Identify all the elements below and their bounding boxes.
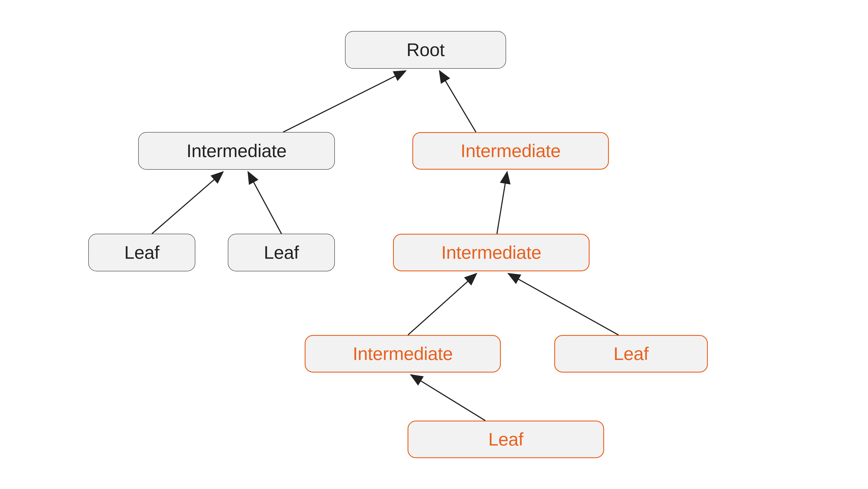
- arrow-intermediate-mid-to-intermediate-right: [497, 172, 507, 234]
- arrow-leaf-left-1-to-intermediate-left: [152, 172, 223, 234]
- leaf-bottom-node: Leaf: [407, 421, 604, 458]
- intermediate-mid-node: Intermediate: [393, 234, 590, 271]
- leaf-left-2-label: Leaf: [264, 242, 299, 263]
- intermediate-left-label: Intermediate: [187, 140, 287, 162]
- intermediate-lower-label: Intermediate: [353, 343, 453, 364]
- arrow-leaf-left-2-to-intermediate-left: [248, 172, 281, 234]
- intermediate-right-label: Intermediate: [461, 140, 561, 162]
- intermediate-lower-node: Intermediate: [305, 335, 501, 373]
- intermediate-left-node: Intermediate: [138, 132, 335, 170]
- arrow-intermediate-lower-to-intermediate-mid: [408, 274, 476, 335]
- intermediate-mid-label: Intermediate: [441, 242, 541, 263]
- leaf-right-node: Leaf: [554, 335, 708, 373]
- intermediate-right-node: Intermediate: [412, 132, 609, 170]
- arrow-intermediate-right-to-root: [439, 71, 476, 132]
- leaf-left-2-node: Leaf: [228, 234, 335, 271]
- root-label: Root: [406, 39, 444, 60]
- arrow-leaf-bottom-to-intermediate-lower: [411, 375, 485, 421]
- arrow-intermediate-left-to-root: [283, 71, 406, 132]
- leaf-left-1-node: Leaf: [88, 234, 195, 271]
- leaf-left-1-label: Leaf: [124, 242, 159, 263]
- root-node: Root: [345, 31, 506, 69]
- leaf-right-label: Leaf: [614, 343, 649, 364]
- arrow-leaf-right-to-intermediate-mid: [508, 274, 618, 335]
- leaf-bottom-label: Leaf: [488, 429, 523, 450]
